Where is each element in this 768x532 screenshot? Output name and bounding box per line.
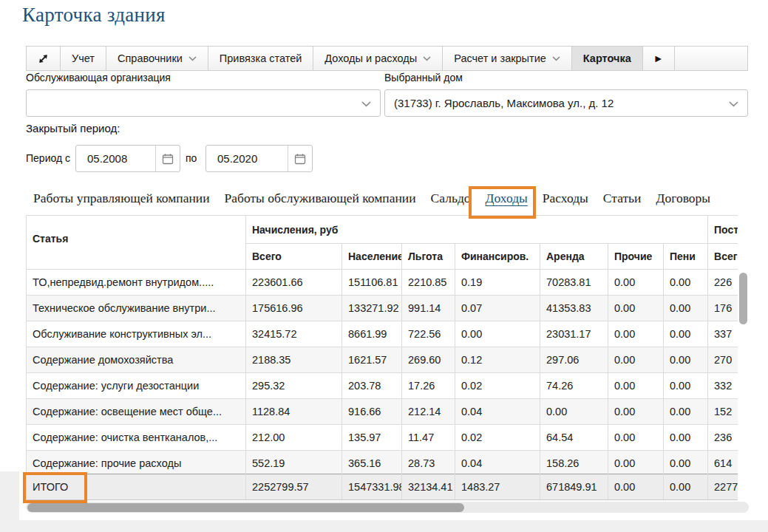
table-cell: 28.73 xyxy=(402,451,455,477)
group-header-postupleniya: Поступления, руб xyxy=(708,216,738,244)
tab-raboty-upravlyayushchey[interactable]: Работы управляющей компании xyxy=(26,181,217,215)
kartochka-button[interactable]: Карточка xyxy=(572,47,643,70)
table-viewport: СтатьяНачисления, рубПоступления, рубВсе… xyxy=(26,215,738,500)
col-header[interactable]: Пени xyxy=(664,244,708,270)
table-cell: 0.00 xyxy=(608,451,664,477)
raschet-i-zakrytie-button[interactable]: Расчет и закрытие xyxy=(443,47,572,70)
chevron-down-icon xyxy=(423,56,431,61)
chevron-down-icon xyxy=(552,56,560,61)
table-cell: 0.00 xyxy=(608,270,664,296)
table-row[interactable]: Содержание: прочие расходы552.19365.1628… xyxy=(27,451,738,477)
col-header[interactable]: Льгота xyxy=(402,244,455,270)
expand-icon xyxy=(37,52,50,65)
table-cell: 17.26 xyxy=(402,373,455,399)
privyazka-statey-button[interactable]: Привязка статей xyxy=(208,47,314,70)
total-cell: 0.00 xyxy=(664,474,708,500)
calendar-icon xyxy=(294,153,306,165)
table-cell: 0.00 xyxy=(664,296,708,321)
tab-stati[interactable]: Статьи xyxy=(596,181,649,215)
period-to-input[interactable]: 05.2020 xyxy=(205,145,313,172)
tab-raskhody[interactable]: Расходы xyxy=(535,181,596,215)
dokhody-i-raskhody-button-label: Доходы и расходы xyxy=(324,52,417,64)
group-header-nachisleniya: Начисления, руб xyxy=(246,216,708,244)
table-cell: 0.00 xyxy=(608,347,664,373)
table-cell: 614 xyxy=(708,451,738,477)
col-header[interactable]: Всего xyxy=(246,244,342,270)
org-combobox[interactable] xyxy=(26,89,381,117)
expand-button[interactable] xyxy=(27,47,61,70)
table-cell: 11.47 xyxy=(402,425,455,451)
table-cell: 203.78 xyxy=(342,373,402,399)
period-from-label: Период с xyxy=(26,152,70,164)
col-header[interactable]: Прочие xyxy=(608,244,664,270)
table-cell: Обслуживание конструктивных эл... xyxy=(27,321,246,347)
table-cell: Содержание: услуги дезостанции xyxy=(27,373,246,399)
tab-dogovory[interactable]: Договоры xyxy=(648,181,718,215)
horizontal-scrollbar[interactable] xyxy=(26,502,749,513)
table-cell: 0.00 xyxy=(664,451,708,477)
table-cell: 133271.92 xyxy=(342,296,402,321)
total-cell: 32134.41 xyxy=(402,474,455,500)
privyazka-statey-button-label: Привязка статей xyxy=(220,52,302,64)
table-cell: 223601.66 xyxy=(246,270,342,296)
table-cell: 32415.72 xyxy=(246,321,342,347)
calendar-button[interactable] xyxy=(288,146,312,171)
vertical-scrollbar-thumb[interactable] xyxy=(739,273,747,324)
table-row[interactable]: Обслуживание конструктивных эл...32415.7… xyxy=(27,321,738,347)
table-cell: 269.60 xyxy=(402,347,455,373)
table-cell: 0.19 xyxy=(455,270,540,296)
table-cell: 0.00 xyxy=(608,321,664,347)
col-header[interactable]: Финансиров. xyxy=(455,244,540,270)
uchet-button[interactable]: Учет xyxy=(61,47,106,70)
table-row[interactable]: Содержание домохозяйства2188.351621.5726… xyxy=(27,347,738,373)
table-cell: 64.54 xyxy=(540,425,608,451)
col-header[interactable]: Аренда xyxy=(540,244,608,270)
house-label: Выбранный дом xyxy=(384,72,463,83)
table-cell: 41353.83 xyxy=(540,296,608,321)
table-cell: 176 xyxy=(708,296,738,321)
table-cell: 0.00 xyxy=(664,399,708,425)
table-cell: 0.02 xyxy=(455,425,540,451)
col-header[interactable]: Всего xyxy=(708,244,738,270)
table-cell: Содержание домохозяйства xyxy=(27,347,246,373)
period-to-label: по xyxy=(186,152,197,164)
page-title: Карточка здания xyxy=(22,4,166,27)
calendar-button[interactable] xyxy=(156,146,180,171)
table-cell: 337 xyxy=(708,321,738,347)
spravochniki-button[interactable]: Справочники xyxy=(106,47,208,70)
house-combobox[interactable]: (31733) г. Ярославль, Максимова ул., д. … xyxy=(384,89,748,117)
table-row[interactable]: Содержание: услуги дезостанции295.32203.… xyxy=(27,373,738,399)
table-cell: 365.16 xyxy=(342,451,402,477)
data-table: СтатьяНачисления, рубПоступления, рубВсе… xyxy=(26,215,738,477)
table-row[interactable]: ТО,непредвид.ремонт внутридом.....223601… xyxy=(27,270,738,296)
total-cell: 1547331.98 xyxy=(342,474,402,500)
table-cell: 212.14 xyxy=(402,399,455,425)
tab-bar: Работы управляющей компанииРаботы обслуж… xyxy=(26,181,748,215)
col-header-statya[interactable]: Статья xyxy=(27,216,246,270)
highlight-box-dokhody-tab xyxy=(469,186,536,219)
horizontal-scrollbar-thumb[interactable] xyxy=(27,503,464,512)
table-cell: 74.26 xyxy=(540,373,608,399)
toolbar: УчетСправочникиПривязка статейДоходы и р… xyxy=(26,46,748,71)
table-cell: 175616.96 xyxy=(246,296,342,321)
dokhody-i-raskhody-button[interactable]: Доходы и расходы xyxy=(313,47,443,70)
table-row[interactable]: Техническое обслуживание внутри...175616… xyxy=(27,296,738,321)
table-cell: 552.19 xyxy=(246,451,342,477)
total-cell: 671849.91 xyxy=(540,474,608,500)
period-from-input[interactable]: 05.2008 xyxy=(75,145,180,172)
next-button[interactable]: ► xyxy=(643,47,675,70)
chevron-down-icon xyxy=(361,101,371,107)
table-cell: 0.00 xyxy=(608,425,664,451)
table-cell: 70283.81 xyxy=(540,270,608,296)
table-cell: Содержание: очистка вентканалов,... xyxy=(27,425,246,451)
spravochniki-button-label: Справочники xyxy=(118,52,183,64)
col-header[interactable]: Население xyxy=(342,244,402,270)
table-row[interactable]: Содержание: очистка вентканалов,...212.0… xyxy=(27,425,738,451)
tab-raboty-obsluzhivayushchey[interactable]: Работы обслуживающей компании xyxy=(217,181,424,215)
table-cell: 332 xyxy=(708,373,738,399)
table-cell: 0.00 xyxy=(664,425,708,451)
table-cell: 1621.57 xyxy=(342,347,402,373)
table-row[interactable]: Содержание: освещение мест обще...1128.8… xyxy=(27,399,738,425)
table-cell: 226 xyxy=(708,270,738,296)
kartochka-button-label: Карточка xyxy=(583,52,631,64)
